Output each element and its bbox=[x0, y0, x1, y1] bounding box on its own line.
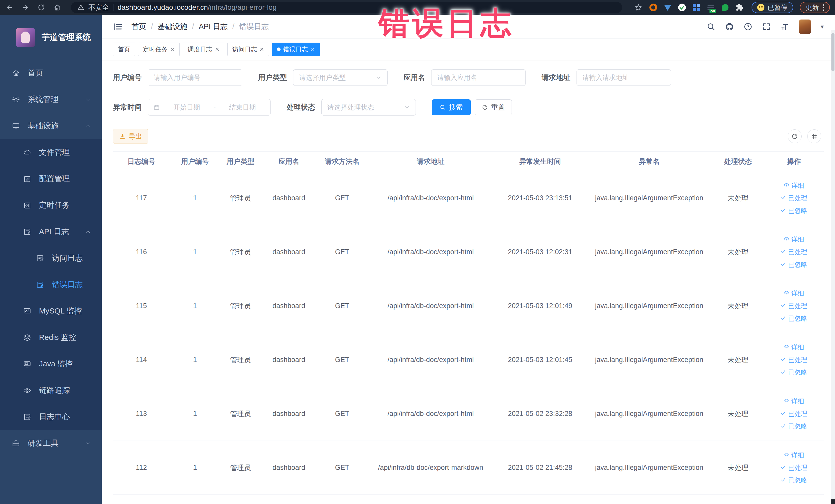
font-size-icon[interactable] bbox=[780, 22, 789, 31]
request-url-input[interactable] bbox=[576, 69, 671, 86]
detail-link[interactable]: 详细 bbox=[784, 451, 804, 459]
process-status-select[interactable]: 请选择处理状态 bbox=[321, 99, 416, 116]
sidebar-item-mysql[interactable]: MySQL 监控 bbox=[0, 298, 102, 324]
forward-icon[interactable] bbox=[21, 3, 30, 12]
cell-app-name: dashboard bbox=[261, 356, 317, 364]
row-actions: 详细已处理已忽略 bbox=[764, 343, 824, 377]
sidebar-item-dev-tool[interactable]: 研发工具 bbox=[0, 430, 102, 457]
col-status: 处理状态 bbox=[712, 157, 764, 166]
export-button[interactable]: 导出 bbox=[113, 129, 148, 144]
mark-processed-link[interactable]: 已处理 bbox=[780, 248, 807, 256]
search-button[interactable]: 搜索 bbox=[432, 99, 471, 115]
profile-paused-badge[interactable]: 已暂停 bbox=[752, 2, 793, 13]
detail-link[interactable]: 详细 bbox=[784, 289, 804, 298]
cell-app-name: dashboard bbox=[261, 302, 317, 310]
sidebar-item-log-center[interactable]: 日志中心 bbox=[0, 404, 102, 430]
chrome-update-button[interactable]: 更新 bbox=[800, 2, 830, 13]
extension-green-icon[interactable] bbox=[721, 4, 729, 11]
extension-blue-shield-icon[interactable] bbox=[664, 4, 672, 11]
mark-ignored-link[interactable]: 已忽略 bbox=[780, 368, 807, 377]
mark-ignored-link[interactable]: 已忽略 bbox=[780, 476, 807, 484]
help-icon[interactable] bbox=[744, 22, 752, 31]
sidebar-item-error-log[interactable]: 错误日志 bbox=[0, 271, 102, 298]
extension-green-check-icon[interactable] bbox=[678, 4, 686, 11]
tag-error-log[interactable]: 错误日志 bbox=[272, 43, 320, 56]
cell-user-id: 1 bbox=[170, 302, 221, 310]
mark-processed-link[interactable]: 已处理 bbox=[780, 194, 807, 202]
col-method: 请求方法名 bbox=[317, 157, 368, 166]
col-time: 异常发生时间 bbox=[494, 157, 586, 166]
sidebar-item-infra[interactable]: 基础设施 bbox=[0, 113, 102, 139]
sidebar-item-system[interactable]: 系统管理 bbox=[0, 86, 102, 113]
cell-url: /api/infra/db-doc/export-html bbox=[367, 356, 494, 364]
close-icon[interactable] bbox=[260, 47, 264, 52]
detail-link[interactable]: 详细 bbox=[784, 397, 804, 405]
extension-blue-grid-icon[interactable] bbox=[693, 4, 700, 11]
sidebar-item-home[interactable]: 首页 bbox=[0, 60, 102, 86]
sidebar-item-config[interactable]: 配置管理 bbox=[0, 166, 102, 192]
home-button-icon[interactable] bbox=[53, 3, 62, 12]
breadcrumb-api-log[interactable]: API 日志 bbox=[199, 22, 228, 32]
app-logo-row[interactable]: 芋道管理系统 bbox=[0, 15, 102, 60]
scrollbar-thumb[interactable] bbox=[831, 33, 834, 72]
mark-ignored-link[interactable]: 已忽略 bbox=[780, 422, 807, 430]
breadcrumb-infra[interactable]: 基础设施 bbox=[158, 22, 187, 32]
close-icon[interactable] bbox=[170, 47, 175, 52]
refresh-table-button[interactable] bbox=[788, 129, 802, 143]
reload-icon[interactable] bbox=[37, 3, 46, 12]
sidebar-item-java[interactable]: Java 监控 bbox=[0, 351, 102, 377]
address-bar[interactable]: 不安全 dashboard.yudao.iocoder.cn/infra/log… bbox=[71, 2, 622, 13]
user-type-select[interactable]: 请选择用户类型 bbox=[293, 69, 388, 86]
sidebar-item-label: 文件管理 bbox=[39, 147, 70, 158]
sidebar-item-file[interactable]: 文件管理 bbox=[0, 139, 102, 166]
close-icon[interactable] bbox=[215, 47, 220, 52]
close-icon[interactable] bbox=[310, 47, 315, 52]
user-type-label: 用户类型 bbox=[258, 73, 287, 82]
window-scrollbar[interactable] bbox=[831, 30, 835, 504]
start-date-placeholder: 开始日期 bbox=[164, 103, 209, 112]
extension-on-badge-icon[interactable]: on bbox=[707, 4, 715, 11]
exception-time-range-picker[interactable]: 开始日期 - 结束日期 bbox=[148, 99, 270, 116]
extensions-puzzle-icon[interactable] bbox=[736, 4, 744, 11]
column-settings-button[interactable] bbox=[807, 129, 821, 143]
reset-button[interactable]: 重置 bbox=[475, 99, 512, 115]
mark-processed-link[interactable]: 已处理 bbox=[780, 302, 807, 310]
security-label[interactable]: 不安全 bbox=[88, 3, 109, 12]
browser-menu-icon[interactable] bbox=[823, 4, 824, 11]
not-secure-warning-icon bbox=[78, 4, 84, 11]
calendar-icon bbox=[153, 104, 160, 110]
detail-link[interactable]: 详细 bbox=[784, 235, 804, 244]
sidebar-toggle-icon[interactable] bbox=[113, 22, 123, 32]
cell-log-id: 116 bbox=[113, 248, 170, 256]
fullscreen-icon[interactable] bbox=[762, 22, 771, 31]
mark-ignored-link[interactable]: 已忽略 bbox=[780, 314, 807, 323]
mark-ignored-link[interactable]: 已忽略 bbox=[780, 206, 807, 215]
sidebar-item-api-log[interactable]: API 日志 bbox=[0, 219, 102, 245]
back-icon[interactable] bbox=[5, 3, 14, 12]
search-icon[interactable] bbox=[707, 22, 715, 31]
user-id-label: 用户编号 bbox=[113, 73, 142, 82]
extension-orange-ring-icon[interactable] bbox=[649, 4, 657, 11]
tag-job-log[interactable]: 调度日志 bbox=[183, 43, 224, 56]
breadcrumb-home[interactable]: 首页 bbox=[131, 22, 146, 32]
tag-job[interactable]: 定时任务 bbox=[138, 43, 180, 56]
tag-access-log[interactable]: 访问日志 bbox=[227, 43, 269, 56]
bookmark-star-icon[interactable] bbox=[634, 3, 643, 12]
mark-processed-link[interactable]: 已处理 bbox=[780, 356, 807, 364]
sidebar-item-access-log[interactable]: 访问日志 bbox=[0, 245, 102, 271]
user-id-input[interactable] bbox=[148, 69, 242, 86]
sidebar-item-trace[interactable]: 链路追踪 bbox=[0, 377, 102, 404]
detail-link[interactable]: 详细 bbox=[784, 343, 804, 351]
mark-processed-link[interactable]: 已处理 bbox=[780, 409, 807, 418]
sidebar-item-redis[interactable]: Redis 监控 bbox=[0, 324, 102, 351]
sidebar-item-label: MySQL 监控 bbox=[39, 306, 82, 316]
avatar-caret-icon[interactable]: ▾ bbox=[821, 23, 824, 30]
detail-link[interactable]: 详细 bbox=[784, 181, 804, 190]
mark-ignored-link[interactable]: 已忽略 bbox=[780, 260, 807, 269]
mark-processed-link[interactable]: 已处理 bbox=[780, 463, 807, 472]
user-avatar[interactable] bbox=[799, 20, 811, 34]
sidebar-item-job[interactable]: 定时任务 bbox=[0, 192, 102, 219]
app-name-input[interactable] bbox=[431, 69, 526, 86]
github-icon[interactable] bbox=[725, 22, 734, 31]
tag-home[interactable]: 首页 bbox=[113, 43, 135, 56]
